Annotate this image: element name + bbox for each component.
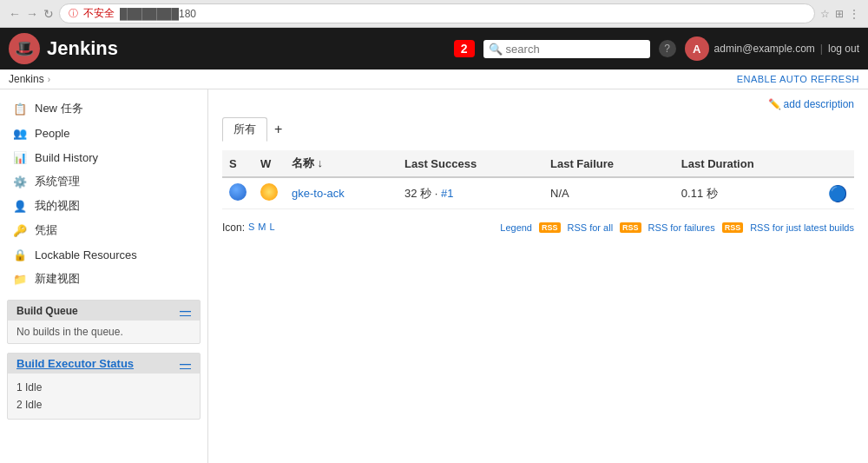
tab-add-button[interactable]: + — [271, 122, 286, 137]
rss-links: Legend RSS RSS for all RSS RSS for failu… — [500, 222, 854, 233]
build-executor-widget: Build Executor Status — 1 Idle 2 Idle — [7, 353, 201, 420]
sidebar-label-new-view: 新建视图 — [35, 271, 80, 287]
user-info: A admin@example.com | log out — [685, 36, 859, 61]
bookmark-icon[interactable]: ☆ — [820, 8, 830, 20]
col-weather: W — [253, 150, 285, 177]
sidebar-label-lockable-resources: Lockable Resources — [35, 248, 137, 261]
security-icon: ⓘ — [69, 7, 78, 20]
extension-icon[interactable]: ⊞ — [835, 8, 844, 20]
add-description-link[interactable]: ✏️ add description — [768, 98, 854, 110]
last-duration-cell: 0.11 秒 — [674, 177, 821, 209]
forward-btn[interactable]: → — [26, 7, 38, 21]
new-view-icon: 📁 — [12, 271, 28, 287]
search-input[interactable] — [506, 43, 645, 56]
job-name-link[interactable]: gke-to-ack — [292, 187, 345, 200]
breadcrumb-home[interactable]: Jenkins — [9, 73, 44, 85]
tab-bar: 所有 + — [222, 117, 854, 142]
build-queue-header: Build Queue — — [8, 301, 200, 321]
icon-size-links: Icon: S M L — [222, 222, 275, 234]
build-queue-minimize[interactable]: — — [180, 304, 191, 317]
build-queue-widget: Build Queue — No builds in the queue. — [7, 300, 201, 344]
rss-all-link[interactable]: RSS for all — [568, 222, 614, 233]
icon-size-s[interactable]: S — [248, 222, 254, 234]
user-email-link[interactable]: admin@example.com — [714, 43, 815, 55]
job-table-body: gke-to-ack 32 秒 · #1 N/A 0.11 秒 🔵 — [222, 177, 854, 209]
menu-icon[interactable]: ⋮ — [849, 8, 859, 20]
last-duration-text: 0.11 秒 — [681, 187, 718, 200]
logout-link[interactable]: log out — [828, 43, 859, 55]
tab-all[interactable]: 所有 — [222, 117, 267, 142]
sidebar-item-lockable-resources[interactable]: 🔒 Lockable Resources — [0, 242, 207, 267]
row-detail-icon: 🔵 — [828, 185, 847, 202]
weather-sun-icon — [260, 183, 278, 201]
rss-failures-link[interactable]: RSS for failures — [648, 222, 715, 233]
notification-badge[interactable]: 2 — [454, 40, 475, 57]
icon-size-l[interactable]: L — [270, 222, 275, 234]
rss-icon-3: RSS — [722, 222, 744, 233]
breadcrumb-separator: › — [48, 75, 50, 84]
rss-icon-2: RSS — [620, 222, 641, 233]
status-cell — [222, 177, 253, 209]
table-row: gke-to-ack 32 秒 · #1 N/A 0.11 秒 🔵 — [222, 177, 854, 209]
executor-num-1: 1 — [16, 381, 23, 394]
lockable-resources-icon: 🔒 — [12, 247, 28, 262]
separator: | — [820, 43, 823, 55]
sidebar-label-new-task: New 任务 — [35, 101, 83, 116]
jenkins-header: 🎩 Jenkins 2 🔍 ? A admin@example.com | lo… — [0, 28, 868, 69]
search-icon: 🔍 — [489, 43, 503, 56]
credentials-icon: 🔑 — [12, 222, 28, 238]
sidebar-label-build-history: Build History — [35, 151, 98, 164]
build-queue-empty: No builds in the queue. — [16, 326, 123, 338]
build-executor-minimize[interactable]: — — [180, 357, 191, 370]
sidebar-label-my-views: 我的视图 — [35, 198, 80, 214]
last-success-cell: 32 秒 · #1 — [398, 177, 543, 209]
col-last-failure: Last Failure — [543, 150, 674, 177]
url-text: ████████180 — [120, 8, 196, 20]
help-icon[interactable]: ? — [659, 40, 676, 57]
col-actions — [821, 150, 854, 177]
sidebar-item-my-views[interactable]: 👤 我的视图 — [0, 194, 207, 218]
main-layout: 📋 New 任务 👥 People 📊 Build History ⚙️ 系统管… — [0, 89, 868, 463]
sidebar-item-new-task[interactable]: 📋 New 任务 — [0, 96, 207, 121]
build-history-icon: 📊 — [12, 149, 28, 165]
reload-btn[interactable]: ↻ — [43, 7, 54, 21]
enable-auto-refresh-link[interactable]: ENABLE AUTO REFRESH — [737, 74, 859, 84]
legend-link[interactable]: Legend — [500, 222, 532, 233]
status-blue-ball — [229, 183, 247, 201]
col-name[interactable]: 名称 ↓ — [285, 150, 398, 177]
rss-latest-link[interactable]: RSS for just latest builds — [750, 222, 854, 233]
executor-num-2: 2 — [16, 399, 23, 411]
icon-size-m[interactable]: M — [258, 222, 266, 234]
sidebar: 📋 New 任务 👥 People 📊 Build History ⚙️ 系统管… — [0, 89, 208, 463]
jenkins-logo-text: Jenkins — [47, 37, 118, 60]
col-last-success: Last Success — [398, 150, 543, 177]
logo-area: 🎩 Jenkins — [9, 33, 445, 64]
table-footer: Icon: S M L Legend RSS RSS for all RSS R… — [222, 222, 854, 234]
people-icon: 👥 — [12, 125, 28, 141]
sidebar-label-system-admin: 系统管理 — [35, 174, 80, 189]
col-status: S — [222, 150, 253, 177]
my-views-icon: 👤 — [12, 198, 28, 214]
sidebar-item-credentials[interactable]: 🔑 凭据 — [0, 218, 207, 242]
system-admin-icon: ⚙️ — [12, 174, 28, 189]
table-header-row: S W 名称 ↓ Last Success Last Failure Last … — [222, 150, 854, 177]
build-queue-content: No builds in the queue. — [8, 321, 200, 343]
browser-bar: ← → ↻ ⓘ 不安全 ████████180 ☆ ⊞ ⋮ — [0, 0, 868, 28]
search-box: 🔍 — [483, 40, 650, 58]
user-avatar: A — [685, 36, 709, 61]
icon-label: Icon: — [222, 222, 245, 234]
sidebar-item-new-view[interactable]: 📁 新建视图 — [0, 267, 207, 291]
last-failure-cell: N/A — [543, 177, 674, 209]
build-executor-title-link[interactable]: Build Executor Status — [16, 357, 134, 370]
url-bar[interactable]: ⓘ 不安全 ████████180 — [59, 3, 815, 23]
row-action-cell: 🔵 — [821, 177, 854, 209]
sidebar-item-system-admin[interactable]: ⚙️ 系统管理 — [0, 169, 207, 194]
sidebar-item-people[interactable]: 👥 People — [0, 121, 207, 145]
last-success-link[interactable]: #1 — [441, 187, 453, 200]
sidebar-label-people: People — [35, 127, 69, 140]
new-task-icon: 📋 — [12, 101, 28, 116]
back-btn[interactable]: ← — [9, 7, 21, 21]
last-failure-text: N/A — [550, 187, 569, 200]
sidebar-item-build-history[interactable]: 📊 Build History — [0, 145, 207, 169]
build-executor-header: Build Executor Status — — [8, 354, 200, 374]
